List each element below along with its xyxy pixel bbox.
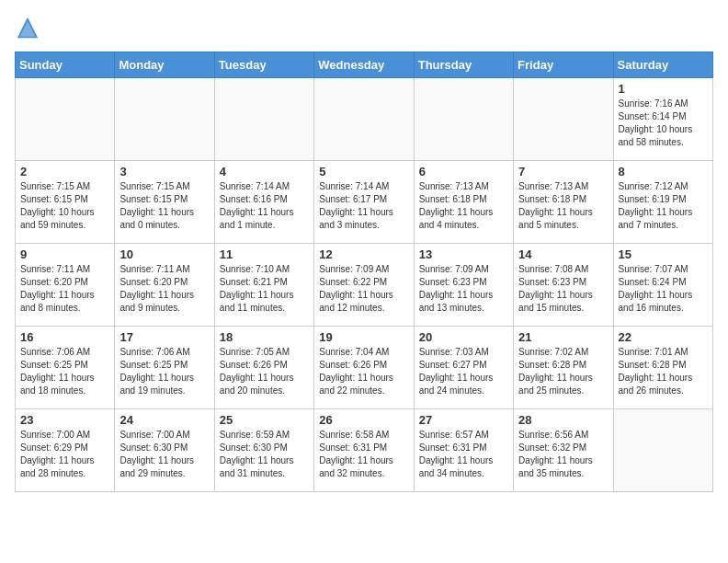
day-info: Sunrise: 7:07 AM Sunset: 6:24 PM Dayligh…	[619, 263, 708, 315]
day-number: 28	[518, 413, 608, 427]
day-number: 20	[419, 330, 508, 344]
day-number: 26	[319, 413, 408, 427]
day-info: Sunrise: 7:10 AM Sunset: 6:21 PM Dayligh…	[220, 263, 309, 315]
calendar-week-row: 1Sunrise: 7:16 AM Sunset: 6:14 PM Daylig…	[16, 78, 713, 161]
calendar-cell: 21Sunrise: 7:02 AM Sunset: 6:28 PM Dayli…	[514, 327, 613, 409]
calendar-cell: 25Sunrise: 6:59 AM Sunset: 6:30 PM Dayli…	[214, 409, 313, 492]
calendar-week-row: 16Sunrise: 7:06 AM Sunset: 6:25 PM Dayli…	[16, 327, 713, 409]
day-number: 9	[20, 247, 109, 261]
calendar-cell	[414, 78, 513, 161]
calendar-cell: 28Sunrise: 6:56 AM Sunset: 6:32 PM Dayli…	[514, 409, 613, 492]
day-info: Sunrise: 7:13 AM Sunset: 6:18 PM Dayligh…	[518, 180, 608, 232]
day-number: 22	[619, 330, 708, 344]
calendar-cell: 23Sunrise: 7:00 AM Sunset: 6:29 PM Dayli…	[16, 409, 115, 492]
calendar-week-row: 9Sunrise: 7:11 AM Sunset: 6:20 PM Daylig…	[16, 244, 713, 327]
day-number: 21	[518, 330, 608, 344]
day-info: Sunrise: 7:15 AM Sunset: 6:15 PM Dayligh…	[119, 180, 209, 232]
day-info: Sunrise: 7:09 AM Sunset: 6:22 PM Dayligh…	[319, 263, 408, 315]
day-number: 8	[619, 165, 708, 178]
day-info: Sunrise: 6:56 AM Sunset: 6:32 PM Dayligh…	[518, 429, 608, 480]
calendar-cell: 26Sunrise: 6:58 AM Sunset: 6:31 PM Dayli…	[314, 409, 414, 492]
calendar-cell: 3Sunrise: 7:15 AM Sunset: 6:15 PM Daylig…	[115, 161, 214, 244]
calendar-header-tuesday: Tuesday	[214, 52, 313, 78]
calendar-cell: 7Sunrise: 7:13 AM Sunset: 6:18 PM Daylig…	[514, 161, 613, 244]
day-info: Sunrise: 7:05 AM Sunset: 6:26 PM Dayligh…	[220, 346, 309, 397]
day-info: Sunrise: 7:02 AM Sunset: 6:28 PM Dayligh…	[518, 346, 608, 397]
day-info: Sunrise: 7:03 AM Sunset: 6:27 PM Dayligh…	[419, 346, 508, 397]
calendar-cell: 27Sunrise: 6:57 AM Sunset: 6:31 PM Dayli…	[414, 409, 513, 492]
day-info: Sunrise: 7:06 AM Sunset: 6:25 PM Dayligh…	[119, 346, 209, 397]
day-info: Sunrise: 6:59 AM Sunset: 6:30 PM Dayligh…	[220, 429, 309, 480]
calendar-cell: 17Sunrise: 7:06 AM Sunset: 6:25 PM Dayli…	[115, 327, 214, 409]
day-info: Sunrise: 7:01 AM Sunset: 6:28 PM Dayligh…	[619, 346, 708, 397]
logo	[15, 15, 44, 40]
calendar-week-row: 23Sunrise: 7:00 AM Sunset: 6:29 PM Dayli…	[16, 409, 713, 492]
day-number: 6	[419, 165, 508, 178]
day-number: 10	[119, 247, 209, 261]
day-info: Sunrise: 7:12 AM Sunset: 6:19 PM Dayligh…	[619, 180, 708, 232]
calendar-cell: 5Sunrise: 7:14 AM Sunset: 6:17 PM Daylig…	[314, 161, 414, 244]
day-number: 11	[220, 247, 309, 261]
calendar-cell: 10Sunrise: 7:11 AM Sunset: 6:20 PM Dayli…	[115, 244, 214, 327]
calendar-cell: 1Sunrise: 7:16 AM Sunset: 6:14 PM Daylig…	[613, 78, 712, 161]
calendar-cell: 12Sunrise: 7:09 AM Sunset: 6:22 PM Dayli…	[314, 244, 414, 327]
calendar-cell	[314, 78, 414, 161]
day-number: 4	[220, 165, 309, 178]
day-info: Sunrise: 7:04 AM Sunset: 6:26 PM Dayligh…	[319, 346, 408, 397]
logo-icon	[15, 15, 40, 40]
day-number: 13	[419, 247, 508, 261]
day-number: 7	[518, 165, 608, 178]
calendar-cell: 15Sunrise: 7:07 AM Sunset: 6:24 PM Dayli…	[613, 244, 712, 327]
day-number: 17	[119, 330, 209, 344]
calendar-header-saturday: Saturday	[613, 52, 712, 78]
day-number: 16	[20, 330, 109, 344]
calendar-cell: 16Sunrise: 7:06 AM Sunset: 6:25 PM Dayli…	[16, 327, 115, 409]
day-number: 25	[220, 413, 309, 427]
day-number: 3	[119, 165, 209, 178]
calendar-week-row: 2Sunrise: 7:15 AM Sunset: 6:15 PM Daylig…	[16, 161, 713, 244]
day-number: 5	[319, 165, 408, 178]
calendar-cell: 18Sunrise: 7:05 AM Sunset: 6:26 PM Dayli…	[214, 327, 313, 409]
day-number: 1	[619, 82, 708, 96]
calendar-header-wednesday: Wednesday	[314, 52, 414, 78]
calendar-cell	[613, 409, 712, 492]
calendar-cell: 6Sunrise: 7:13 AM Sunset: 6:18 PM Daylig…	[414, 161, 513, 244]
day-info: Sunrise: 7:14 AM Sunset: 6:17 PM Dayligh…	[319, 180, 408, 232]
calendar-cell	[115, 78, 214, 161]
day-info: Sunrise: 7:13 AM Sunset: 6:18 PM Dayligh…	[419, 180, 508, 232]
day-number: 15	[619, 247, 708, 261]
calendar-cell: 14Sunrise: 7:08 AM Sunset: 6:23 PM Dayli…	[514, 244, 613, 327]
day-info: Sunrise: 7:00 AM Sunset: 6:30 PM Dayligh…	[119, 429, 209, 480]
calendar-cell: 22Sunrise: 7:01 AM Sunset: 6:28 PM Dayli…	[613, 327, 712, 409]
calendar-header-row: SundayMondayTuesdayWednesdayThursdayFrid…	[16, 52, 713, 78]
day-info: Sunrise: 7:15 AM Sunset: 6:15 PM Dayligh…	[20, 180, 109, 232]
day-number: 12	[319, 247, 408, 261]
calendar-header-thursday: Thursday	[414, 52, 513, 78]
day-number: 2	[20, 165, 109, 178]
calendar-cell	[214, 78, 313, 161]
calendar-cell: 8Sunrise: 7:12 AM Sunset: 6:19 PM Daylig…	[613, 161, 712, 244]
calendar-header-sunday: Sunday	[16, 52, 115, 78]
day-info: Sunrise: 6:58 AM Sunset: 6:31 PM Dayligh…	[319, 429, 408, 480]
calendar-table: SundayMondayTuesdayWednesdayThursdayFrid…	[15, 52, 713, 492]
calendar-cell	[16, 78, 115, 161]
day-info: Sunrise: 7:00 AM Sunset: 6:29 PM Dayligh…	[20, 429, 109, 480]
day-number: 19	[319, 330, 408, 344]
calendar-header-monday: Monday	[115, 52, 214, 78]
day-info: Sunrise: 7:11 AM Sunset: 6:20 PM Dayligh…	[119, 263, 209, 315]
day-number: 14	[518, 247, 608, 261]
calendar-cell: 11Sunrise: 7:10 AM Sunset: 6:21 PM Dayli…	[214, 244, 313, 327]
calendar-cell: 4Sunrise: 7:14 AM Sunset: 6:16 PM Daylig…	[214, 161, 313, 244]
day-info: Sunrise: 7:11 AM Sunset: 6:20 PM Dayligh…	[20, 263, 109, 315]
day-info: Sunrise: 7:06 AM Sunset: 6:25 PM Dayligh…	[20, 346, 109, 397]
day-info: Sunrise: 7:16 AM Sunset: 6:14 PM Dayligh…	[619, 98, 708, 149]
day-number: 18	[220, 330, 309, 344]
calendar-cell: 20Sunrise: 7:03 AM Sunset: 6:27 PM Dayli…	[414, 327, 513, 409]
day-info: Sunrise: 6:57 AM Sunset: 6:31 PM Dayligh…	[419, 429, 508, 480]
page-header	[15, 15, 713, 40]
calendar-header-friday: Friday	[514, 52, 613, 78]
day-info: Sunrise: 7:09 AM Sunset: 6:23 PM Dayligh…	[419, 263, 508, 315]
calendar-cell: 13Sunrise: 7:09 AM Sunset: 6:23 PM Dayli…	[414, 244, 513, 327]
calendar-cell: 2Sunrise: 7:15 AM Sunset: 6:15 PM Daylig…	[16, 161, 115, 244]
day-number: 24	[119, 413, 209, 427]
